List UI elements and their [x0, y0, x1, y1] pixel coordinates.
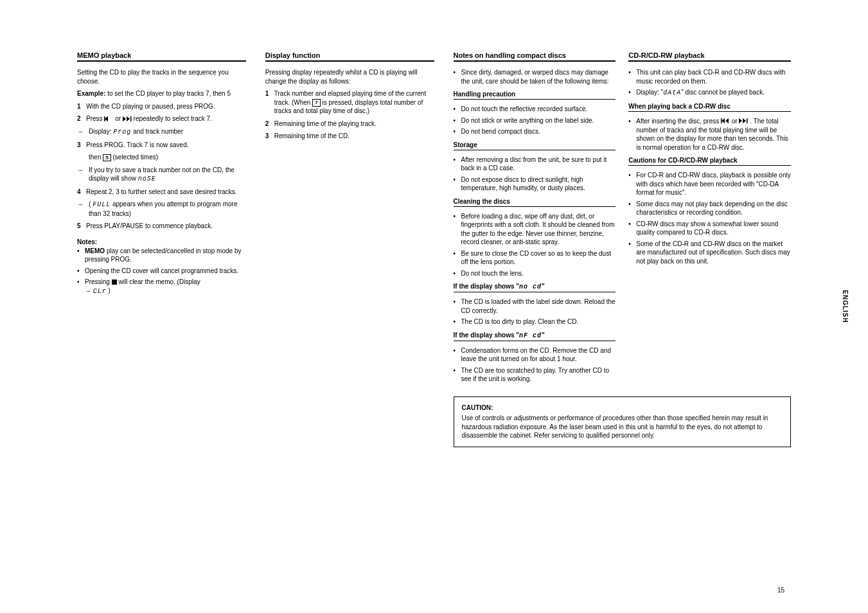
- svg-marker-4: [127, 116, 130, 121]
- memo-note-3d: ): [109, 287, 111, 294]
- caution-body: Use of controls or adjustments or perfor…: [462, 414, 783, 440]
- memo-note-2-text: Opening the CD cover will cancel program…: [85, 267, 238, 276]
- memo-step-5-text: Press PLAY/PAUSE to commence playback.: [86, 222, 213, 231]
- sub3b-a: If you try to save a track number not on…: [89, 166, 235, 182]
- hand-b1-text: Since dirty, damaged, or warped discs ma…: [461, 68, 616, 85]
- right-block: Notes on handling compact discs • Since …: [454, 51, 792, 540]
- sidebar-language-label: ENGLISH: [842, 290, 849, 323]
- cdr-b3a: After inserting the disc, press: [636, 118, 721, 125]
- column-display-function: Display function Pressing display repeat…: [265, 51, 434, 540]
- memo-step-3-text: Press PROG. Track 7 is now saved.: [86, 141, 189, 150]
- svg-marker-3: [123, 116, 126, 121]
- memo-step-4-text: Repeat 2, 3 to further select and save d…: [86, 188, 237, 197]
- cdr-b3b: or: [732, 118, 740, 125]
- lcd-nocd: no cd: [519, 283, 542, 290]
- h-storage: Storage: [454, 141, 616, 150]
- column-cdr-playback: CD-R/CD-RW playback •This unit can play …: [628, 51, 791, 386]
- memo-step-1-text: With the CD playing or paused, press PRO…: [86, 102, 215, 111]
- memo-step-4: 4 Repeat 2, 3 to further select and save…: [77, 188, 246, 197]
- memo-step-2c: repeatedly to select track 7.: [134, 115, 212, 122]
- sub3a-a: then: [89, 154, 103, 161]
- sub4-a: (: [89, 200, 91, 208]
- key-5: 5: [103, 154, 111, 162]
- svg-marker-9: [739, 118, 742, 123]
- memo-step-2: 2 Press or repeatedly to select track 7.: [77, 114, 246, 123]
- arrow-icon: →: [77, 166, 86, 184]
- svg-marker-2: [105, 116, 108, 121]
- caution-box: CAUTION: Use of controls or adjustments …: [454, 396, 792, 447]
- svg-marker-8: [725, 118, 729, 123]
- memo-step-3: 3 Press PROG. Track 7 is now saved.: [77, 141, 246, 150]
- cdr-b2c: " disc cannot be played back.: [681, 89, 765, 96]
- memo-note-1: • MEMO play can be selected/cancelled in…: [77, 247, 246, 264]
- memo-note-1b: play can be selected/cancelled in stop m…: [85, 247, 241, 263]
- memo-step-2a: Press: [86, 115, 104, 122]
- hand-b10: The CD is loaded with the label side dow…: [461, 298, 616, 315]
- hand-b4: Do not bend compact discs.: [461, 127, 540, 136]
- lcd-clr: CLr: [93, 288, 107, 295]
- example-lead: Example:: [77, 90, 105, 97]
- lcd-full: FULL: [93, 201, 111, 208]
- memo-step-2b: or: [115, 115, 123, 122]
- sub3a-c: (selected times): [112, 154, 158, 161]
- memo-note-3b: will clear the memo. (Display: [118, 278, 200, 285]
- hand-b11: The CD is too dirty to play. Clean the C…: [461, 317, 579, 326]
- display-step-2: 2 Remaining time of the playing track.: [265, 120, 434, 129]
- hand-b8: Be sure to close the CD cover so as to k…: [461, 249, 616, 267]
- memo-note-3: • Pressing will clear the memo. (Display…: [77, 278, 246, 296]
- hand-b13: The CD are too scratched to play. Try an…: [461, 366, 616, 384]
- display-step-1: 1 Track number and elapsed playing time …: [265, 89, 434, 116]
- hand-b7: Before loading a disc, wipe off any dust…: [461, 212, 616, 247]
- hand-b6: Do not expose discs to direct sunlight, …: [461, 175, 616, 193]
- skip-next-icon: [123, 115, 132, 124]
- arrow-icon: →: [77, 200, 86, 218]
- cdr-b2a: Display: ": [636, 89, 663, 96]
- svg-marker-7: [722, 118, 725, 123]
- hand-b2: Do not touch the reflective recorded sur…: [461, 105, 588, 114]
- lcd-nfcd: nF cd: [519, 332, 542, 339]
- svg-marker-10: [743, 118, 746, 123]
- svg-rect-5: [130, 116, 132, 121]
- hand-b12: Condensation forms on the CD. Remove the…: [461, 346, 616, 364]
- sub4-c: appears when you attempt to program more…: [89, 200, 237, 217]
- svg-rect-11: [747, 118, 748, 123]
- hand-b3: Do not stick or write anything on the la…: [461, 116, 594, 125]
- memo-example: Example: to set the CD player to play tr…: [77, 89, 246, 98]
- memo-intro: Setting the CD to play the tracks in the…: [77, 68, 246, 85]
- page-number: 15: [777, 587, 784, 594]
- stop-icon: [112, 280, 117, 285]
- h-handling-precaution: Handling precaution: [454, 91, 616, 100]
- h-cdrw-play: When playing back a CD-RW disc: [628, 103, 791, 112]
- display-step-3: 3 Remaining time of the CD.: [265, 132, 434, 141]
- notes-header: Notes:: [77, 238, 246, 245]
- memo-step-3-sub-a: then 5 (selected times): [77, 153, 246, 162]
- memo-step-2-sub: → Display: Prog and track number: [77, 127, 246, 137]
- display-step-3-text: Remaining time of the CD.: [274, 132, 350, 141]
- skip-prev-icon: [721, 117, 730, 126]
- title-display: Display function: [265, 51, 434, 62]
- hand-b5: After removing a disc from the unit, be …: [461, 155, 616, 173]
- h-nfcd: If the display shows "nF cd": [454, 332, 616, 341]
- memo-note-1a: MEMO: [85, 247, 105, 254]
- display-step-2-text: Remaining time of the playing track.: [274, 120, 376, 129]
- cdr-c4: Some of the CD-R and CD-RW discs on the …: [636, 240, 791, 266]
- memo-note-3a: Pressing: [85, 278, 112, 285]
- title-cdr: CD-R/CD-RW playback: [628, 51, 791, 62]
- sub2-a: Display:: [89, 128, 113, 135]
- hand-b1: • Since dirty, damaged, or warped discs …: [454, 68, 616, 85]
- lcd-prog: Prog: [113, 129, 131, 136]
- cdr-c2: Some discs may not play back depending o…: [636, 200, 791, 217]
- lcd-nose: noSE: [138, 175, 156, 182]
- memo-step-3-sub-b: → If you try to save a track number not …: [77, 166, 246, 184]
- title-handling: Notes on handling compact discs: [454, 51, 616, 62]
- skip-next-icon: [739, 117, 748, 126]
- skip-prev-icon: [104, 115, 113, 124]
- h-cdr-cautions: Cautions for CD-R/CD-RW playback: [628, 157, 791, 166]
- hand-b9: Do not touch the lens.: [461, 269, 524, 278]
- sub2-c: and track number: [133, 128, 183, 135]
- h-cleaning: Cleaning the discs: [454, 198, 616, 207]
- cdr-b1: This unit can play back CD-R and CD-RW d…: [636, 68, 791, 85]
- h-nocd: If the display shows "no cd": [454, 283, 616, 292]
- key-7: 7: [312, 99, 320, 107]
- title-memo: MEMO playback: [77, 51, 246, 62]
